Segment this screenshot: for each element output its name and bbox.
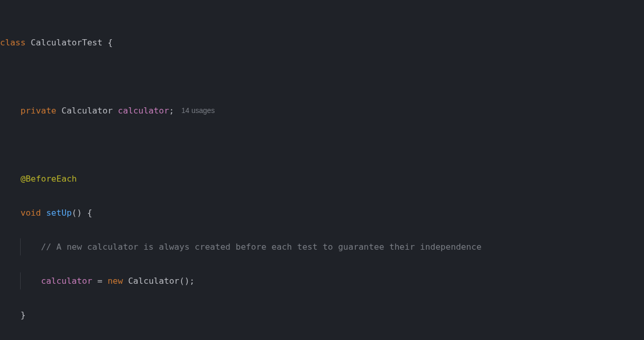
code-line[interactable]: } — [0, 306, 644, 323]
code-line-blank[interactable] — [0, 68, 644, 85]
type-name: Calculator — [128, 276, 179, 286]
keyword-private: private — [21, 106, 57, 116]
class-name: CalculatorTest — [31, 38, 103, 47]
keyword-class: class — [0, 38, 26, 47]
code-line[interactable]: class CalculatorTest { — [0, 34, 644, 51]
method-name: setUp — [46, 208, 72, 218]
code-line[interactable]: calculator = new Calculator(); — [0, 272, 644, 289]
field-name: calculator — [118, 106, 169, 116]
brace-close: } — [21, 310, 26, 320]
code-line[interactable]: // A new calculator is always created be… — [0, 238, 644, 255]
code-editor[interactable]: class CalculatorTest { private Calculato… — [0, 0, 644, 340]
code-line-blank[interactable] — [0, 136, 644, 153]
keyword-void: void — [21, 208, 41, 218]
brace-open: { — [108, 38, 113, 47]
indent-guide — [20, 238, 41, 255]
indent-guide — [20, 272, 41, 289]
code-line[interactable]: void setUp() { — [0, 204, 644, 221]
keyword-new: new — [108, 276, 123, 286]
parens-brace: () { — [72, 208, 92, 218]
semicolon: ; — [169, 106, 174, 116]
code-line[interactable]: @BeforeEach — [0, 170, 644, 187]
usages-inlay[interactable]: 14 usages — [174, 106, 215, 115]
comment: // A new calculator is always created be… — [41, 242, 482, 252]
code-line[interactable]: private Calculator calculator;14 usages — [0, 102, 644, 119]
annotation: @BeforeEach — [21, 174, 77, 184]
type-name: Calculator — [61, 106, 112, 116]
field-ref: calculator — [41, 276, 92, 286]
